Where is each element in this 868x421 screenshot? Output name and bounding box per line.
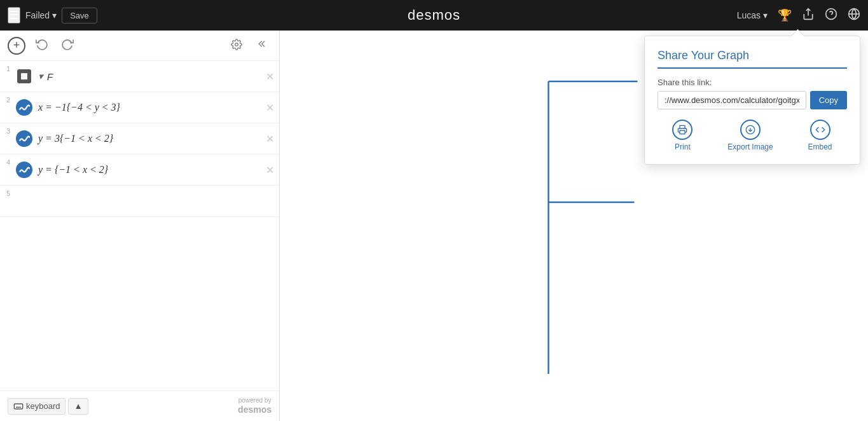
undo-button[interactable] bbox=[33, 35, 51, 56]
expression-row-5[interactable]: 5 bbox=[0, 186, 279, 217]
row-icon-4[interactable] bbox=[13, 155, 36, 185]
user-dropdown-arrow-icon: ▾ bbox=[763, 10, 768, 20]
delete-expression-2-button[interactable]: ✕ bbox=[261, 99, 279, 116]
expression-row-4[interactable]: 4 y = {−1 < x < 2} ✕ bbox=[0, 155, 279, 186]
folder-arrow-icon: ▾ bbox=[38, 71, 43, 82]
print-icon bbox=[672, 120, 692, 140]
desmos-logo: desmos bbox=[408, 7, 460, 23]
navbar-right: Lucas ▾ 🏆 bbox=[737, 8, 860, 24]
left-panel: + bbox=[0, 31, 280, 421]
svg-point-5 bbox=[235, 43, 238, 46]
row-icon-5 bbox=[13, 186, 36, 216]
user-name-label: Lucas bbox=[737, 10, 761, 20]
embed-button[interactable]: Embed bbox=[808, 120, 832, 151]
delete-expression-3-button[interactable]: ✕ bbox=[261, 130, 279, 148]
expression-color-2[interactable] bbox=[16, 99, 32, 116]
keyboard-label: keyboard bbox=[26, 401, 60, 411]
export-image-button[interactable]: Export Image bbox=[727, 120, 773, 151]
graph-name-button[interactable]: Failed ▾ bbox=[25, 10, 57, 20]
row-number-3: 3 bbox=[0, 123, 13, 135]
settings-button[interactable] bbox=[228, 36, 245, 55]
expression-math-4: y = {−1 < x < 2} bbox=[38, 164, 108, 175]
powered-by-text: powered by bbox=[238, 397, 272, 404]
row-number-1: 1 bbox=[0, 61, 13, 72]
save-button[interactable]: Save bbox=[62, 8, 97, 24]
keyboard-button[interactable]: keyboard bbox=[8, 398, 65, 415]
expression-color-4[interactable] bbox=[16, 162, 32, 178]
folder-label[interactable]: ▾ F bbox=[36, 66, 261, 87]
delete-expression-1-button[interactable]: ✕ bbox=[261, 68, 279, 85]
redo-button[interactable] bbox=[59, 35, 76, 56]
share-link-row: Copy bbox=[658, 91, 847, 109]
copy-button[interactable]: Copy bbox=[810, 91, 847, 109]
share-title: Share Your Graph bbox=[658, 49, 847, 69]
embed-icon bbox=[810, 120, 830, 140]
share-actions: Print Export Image Embed bbox=[658, 120, 847, 151]
expression-math-3: y = 3{−1 < x < 2} bbox=[38, 133, 113, 144]
expression-toolbar: + bbox=[0, 31, 279, 61]
graph-name-label: Failed bbox=[25, 10, 50, 20]
powered-by-logo: desmos bbox=[238, 404, 272, 415]
trophy-icon[interactable]: 🏆 bbox=[778, 8, 792, 22]
bottom-bar: keyboard ▲ powered by desmos bbox=[0, 390, 279, 421]
row-number-4: 4 bbox=[0, 155, 13, 166]
share-link-label: Share this link: bbox=[658, 78, 847, 87]
row-number-2: 2 bbox=[0, 92, 13, 104]
stop-icon[interactable] bbox=[17, 69, 31, 83]
expression-row-3[interactable]: 3 y = 3{−1 < x < 2} ✕ bbox=[0, 123, 279, 155]
expression-row-1: 1 ▾ F ✕ bbox=[0, 61, 279, 92]
expression-math-2: x = −1{−4 < y < 3} bbox=[38, 102, 120, 113]
expression-content-5[interactable] bbox=[36, 196, 279, 206]
keyboard-icon bbox=[13, 401, 24, 411]
row-icon-3[interactable] bbox=[13, 123, 36, 154]
user-menu-button[interactable]: Lucas ▾ bbox=[737, 10, 768, 20]
embed-label: Embed bbox=[808, 142, 832, 151]
navbar-left: ☰ Failed ▾ Save bbox=[8, 7, 97, 24]
svg-rect-6 bbox=[14, 404, 22, 409]
navbar: ☰ Failed ▾ Save desmos Lucas ▾ 🏆 bbox=[0, 0, 868, 31]
share-popup: Share Your Graph Share this link: Copy P… bbox=[644, 36, 860, 165]
help-icon[interactable] bbox=[825, 8, 837, 24]
svg-rect-15 bbox=[680, 130, 685, 134]
navbar-center: desmos bbox=[408, 7, 460, 24]
expression-list: 1 ▾ F ✕ 2 bbox=[0, 61, 279, 390]
share-icon[interactable] bbox=[802, 8, 815, 24]
collapse-panel-button[interactable] bbox=[255, 36, 272, 55]
expression-content-3[interactable]: y = 3{−1 < x < 2} bbox=[36, 128, 261, 149]
globe-icon[interactable] bbox=[848, 8, 860, 24]
export-label: Export Image bbox=[727, 142, 773, 151]
expression-content-4[interactable]: y = {−1 < x < 2} bbox=[36, 159, 261, 181]
add-expression-button[interactable]: + bbox=[8, 37, 25, 55]
print-button[interactable]: Print bbox=[672, 120, 692, 151]
print-label: Print bbox=[675, 142, 691, 151]
export-icon bbox=[740, 120, 761, 140]
row-icon-2[interactable] bbox=[13, 92, 36, 123]
row-number-5: 5 bbox=[0, 186, 13, 197]
expand-button[interactable]: ▲ bbox=[68, 398, 88, 415]
share-link-input[interactable] bbox=[658, 91, 806, 109]
folder-name: F bbox=[47, 71, 53, 82]
dropdown-arrow-icon: ▾ bbox=[52, 10, 57, 20]
expression-color-3[interactable] bbox=[16, 130, 32, 147]
expression-content-2[interactable]: x = −1{−4 < y < 3} bbox=[36, 97, 261, 118]
menu-button[interactable]: ☰ bbox=[8, 7, 20, 24]
stop-inner bbox=[21, 73, 27, 79]
row-icon-1[interactable] bbox=[13, 61, 36, 92]
powered-by: powered by desmos bbox=[238, 397, 272, 415]
expression-row-2[interactable]: 2 x = −1{−4 < y < 3} ✕ bbox=[0, 92, 279, 123]
delete-expression-4-button[interactable]: ✕ bbox=[261, 162, 279, 179]
